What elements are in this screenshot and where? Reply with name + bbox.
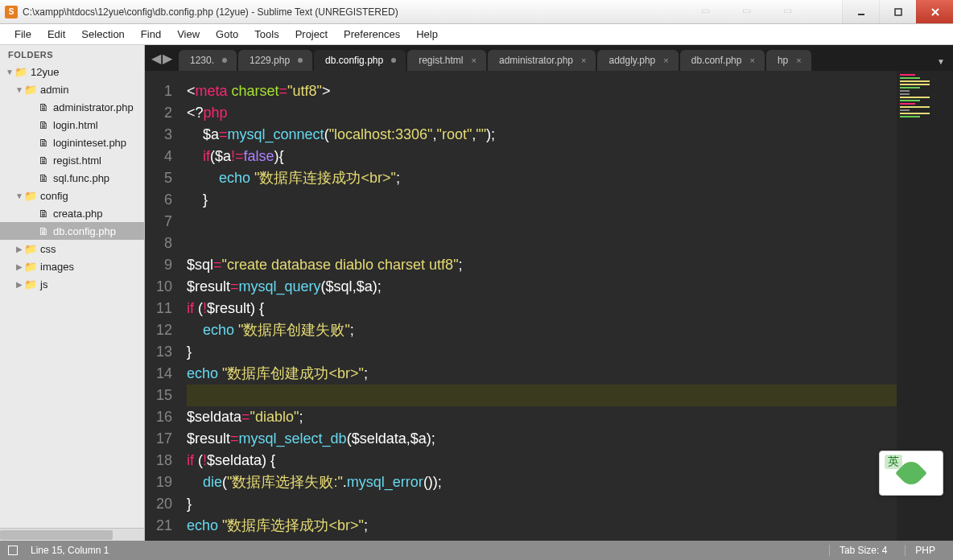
code-line[interactable]: <?php	[187, 102, 953, 124]
maximize-button[interactable]	[879, 0, 916, 23]
tree-item-login-html[interactable]: ▶🗎login.html	[0, 116, 144, 134]
editor-pane: ◀ ▶ 1230.1229.phpdb.config.phpregist.htm…	[145, 45, 953, 541]
tab-administrator-php[interactable]: administrator.php×	[488, 50, 596, 71]
tree-item-js[interactable]: ▶📁js	[0, 275, 144, 293]
code-line[interactable]: if (!$result) {	[187, 298, 953, 319]
code-line[interactable]	[187, 233, 953, 254]
tab-close-icon[interactable]: ×	[581, 56, 586, 65]
tree-item-db-config-php[interactable]: ▶🗎db.config.php	[0, 222, 144, 240]
tab-hp[interactable]: hp×	[766, 50, 811, 71]
tab-label: addgly.php	[609, 55, 655, 66]
tab-1230-[interactable]: 1230.	[179, 50, 237, 71]
menu-goto[interactable]: Goto	[208, 25, 246, 43]
nav-right-icon[interactable]: ▶	[163, 51, 172, 66]
tab-label: 1230.	[190, 55, 214, 66]
status-panel-icon[interactable]	[8, 546, 18, 555]
tab-db-conf-php[interactable]: db.conf.php×	[680, 50, 765, 71]
tree-item-css[interactable]: ▶📁css	[0, 240, 144, 257]
tab-label: db.config.php	[325, 55, 383, 66]
line-number: 2	[145, 102, 172, 124]
tree-arrow-icon: ▼	[14, 191, 24, 200]
line-number: 10	[145, 276, 172, 298]
tree-item-regist-html[interactable]: ▶🗎regist.html	[0, 151, 144, 169]
status-tab-size[interactable]: Tab Size: 4	[829, 545, 897, 556]
code-line[interactable]: <meta charset="utf8">	[187, 80, 953, 102]
code-line[interactable]: echo "数据库连接成功<br>";	[187, 167, 953, 189]
code-line[interactable]: $a=mysql_connect("localhost:3306","root"…	[187, 124, 953, 146]
minimize-button[interactable]	[842, 0, 879, 23]
menu-help[interactable]: Help	[408, 25, 446, 43]
tree-item-logininteset-php[interactable]: ▶🗎logininteset.php	[0, 134, 144, 151]
folder-icon: 📁	[24, 190, 37, 202]
tree-item-images[interactable]: ▶📁images	[0, 257, 144, 275]
code-line[interactable]: $result=mysql_select_db($seldata,$a);	[187, 428, 953, 450]
code-line[interactable]: }	[187, 189, 953, 211]
tree-item-config[interactable]: ▼📁config	[0, 187, 144, 204]
tree-item-admin[interactable]: ▼📁admin	[0, 80, 144, 98]
tab-close-icon[interactable]: ×	[472, 56, 476, 65]
tab-db-config-php[interactable]: db.config.php	[314, 50, 406, 71]
menu-selection[interactable]: Selection	[73, 25, 132, 43]
tab-close-icon[interactable]: ×	[796, 56, 801, 65]
code-line[interactable]: }	[187, 341, 953, 363]
menu-view[interactable]: View	[169, 25, 208, 43]
status-cursor-position: Line 15, Column 1	[31, 545, 109, 556]
tree-item-label: config	[40, 190, 68, 202]
sidebar-scrollbar[interactable]	[0, 528, 144, 541]
tab-addgly-php[interactable]: addgly.php×	[597, 50, 678, 71]
tree-item-administrator-php[interactable]: ▶🗎administrator.php	[0, 98, 144, 116]
menu-preferences[interactable]: Preferences	[336, 25, 408, 43]
menu-edit[interactable]: Edit	[39, 25, 73, 43]
line-number: 19	[145, 471, 172, 493]
tab-nav-arrows[interactable]: ◀ ▶	[150, 51, 179, 71]
code-line[interactable]: if($a!=false){	[187, 146, 953, 167]
tree-arrow-icon: ▶	[14, 280, 24, 289]
line-number: 14	[145, 363, 172, 385]
background-ghost: ▭▭▭	[701, 5, 792, 16]
ime-float-widget[interactable]: 英	[879, 451, 943, 496]
tab-close-icon[interactable]: ×	[663, 56, 668, 65]
tab-overflow-button[interactable]: ▼	[929, 57, 953, 71]
tab-regist-html[interactable]: regist.html×	[407, 50, 486, 71]
folder-icon: 📁	[14, 66, 27, 78]
code-line[interactable]: if (!$seldata) {	[187, 450, 953, 471]
code-line[interactable]: $result=mysql_query($sql,$a);	[187, 276, 953, 298]
file-icon: 🗎	[37, 137, 50, 149]
line-number: 5	[145, 167, 172, 189]
tab-label: regist.html	[419, 55, 463, 66]
line-number: 11	[145, 298, 172, 319]
status-language[interactable]: PHP	[905, 545, 945, 556]
line-number: 13	[145, 341, 172, 363]
menu-tools[interactable]: Tools	[246, 25, 287, 43]
code-line[interactable]: die("数据库选择失败:".mysql_error());	[187, 471, 953, 493]
tree-item-sql-func-php[interactable]: ▶🗎sql.func.php	[0, 169, 144, 187]
tree-item-label: 12yue	[31, 66, 59, 78]
close-button[interactable]	[916, 0, 953, 23]
line-number: 18	[145, 450, 172, 471]
code-area[interactable]: 123456789101112131415161718192021 <meta …	[145, 71, 953, 541]
tab-dirty-icon	[222, 58, 227, 63]
folder-icon: 📁	[24, 261, 37, 273]
code-content[interactable]: <meta charset="utf8"><?php $a=mysql_conn…	[180, 71, 953, 541]
tab-1229-php[interactable]: 1229.php	[238, 50, 312, 71]
nav-left-icon[interactable]: ◀	[151, 51, 161, 66]
code-line[interactable]: }	[187, 493, 953, 515]
code-line[interactable]: echo "数据库选择成功<br>";	[187, 515, 953, 537]
code-line[interactable]	[187, 385, 953, 406]
menu-project[interactable]: Project	[287, 25, 336, 43]
scrollbar-thumb[interactable]	[0, 530, 113, 540]
tree-item-12yue[interactable]: ▼📁12yue	[0, 63, 144, 80]
menu-file[interactable]: File	[6, 25, 39, 43]
folder-tree: ▼📁12yue▼📁admin▶🗎administrator.php▶🗎login…	[0, 63, 144, 293]
code-line[interactable]	[187, 211, 953, 233]
code-line[interactable]: echo "数据库创建失败";	[187, 319, 953, 341]
tree-arrow-icon: ▼	[5, 68, 14, 76]
code-line[interactable]: echo "数据库创建成功<br>";	[187, 363, 953, 385]
menu-find[interactable]: Find	[133, 25, 169, 43]
code-line[interactable]: $seldata="diablo";	[187, 406, 953, 428]
file-icon: 🗎	[37, 208, 50, 220]
tree-item-creata-php[interactable]: ▶🗎creata.php	[0, 204, 144, 222]
code-line[interactable]: $sql="create database diablo charset utf…	[187, 254, 953, 276]
tab-close-icon[interactable]: ×	[749, 56, 754, 65]
svg-rect-1	[895, 9, 901, 15]
